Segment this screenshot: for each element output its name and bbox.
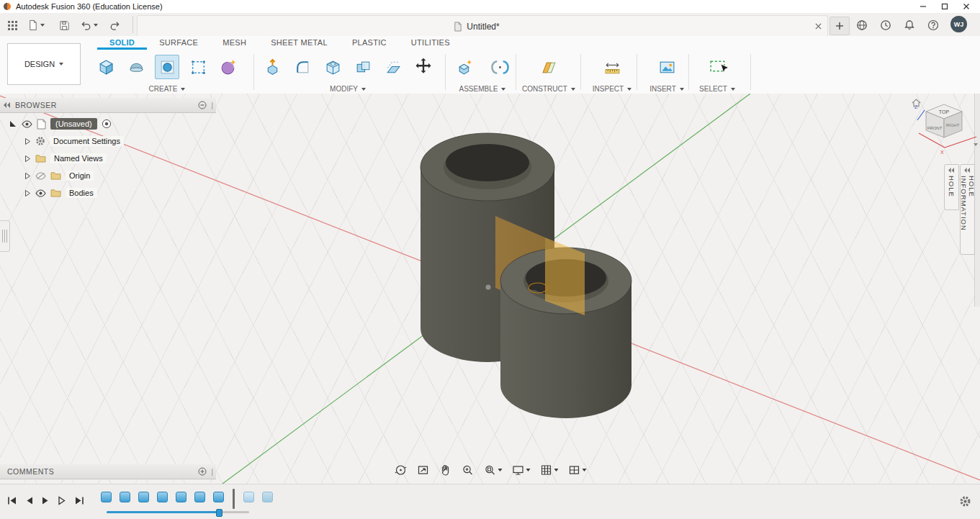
comments-expand-icon[interactable] [198, 467, 207, 476]
shell-tool-button[interactable] [321, 55, 344, 78]
group-assemble-label[interactable]: ASSEMBLE [448, 85, 517, 93]
grid-settings-icon[interactable] [539, 464, 558, 477]
maximize-button[interactable] [934, 1, 956, 12]
timeline-feature-marker[interactable] [120, 492, 130, 502]
new-component-tool-button[interactable] [454, 55, 477, 78]
group-modify-label[interactable]: MODIFY [258, 85, 438, 93]
comments-panel-grip[interactable]: | [211, 467, 213, 476]
redo-button[interactable] [107, 17, 122, 33]
tab-solid[interactable]: SOLID [97, 36, 147, 50]
collapse-left-icon[interactable] [4, 102, 11, 108]
browser-panel-grip[interactable]: | [211, 101, 213, 109]
hole-information-panel-tab[interactable]: HOLE INFORMATION [960, 164, 975, 255]
combine-tool-button[interactable] [351, 55, 374, 78]
orbit-icon[interactable] [394, 464, 407, 477]
save-button[interactable] [56, 17, 72, 33]
home-icon[interactable] [912, 99, 921, 107]
cylinder-tool-button[interactable] [155, 55, 179, 79]
form-tool-button[interactable] [217, 55, 240, 78]
timeline-feature-marker[interactable] [194, 492, 205, 502]
construct-plane-tool-button[interactable] [537, 55, 560, 78]
timeline-feature-marker[interactable] [101, 492, 112, 502]
display-settings-icon[interactable] [511, 464, 530, 477]
timeline-feature-marker[interactable] [138, 492, 149, 502]
browser-item-bodies[interactable]: Bodies [0, 184, 216, 202]
viewports-icon[interactable] [567, 464, 586, 477]
measure-tool-button[interactable] [601, 55, 624, 78]
skip-to-start-button[interactable] [7, 496, 17, 505]
group-inspect-label[interactable]: INSPECT [589, 85, 635, 93]
step-forward-button[interactable] [58, 496, 67, 505]
job-status-icon[interactable] [854, 17, 870, 33]
timeline-feature-marker-future[interactable] [262, 492, 273, 502]
zoom-icon[interactable] [461, 464, 474, 477]
document-tab[interactable]: Untitled* [137, 15, 828, 37]
viewcube-menu-caret-icon[interactable] [974, 146, 978, 155]
viewport-canvas[interactable]: BROWSER | (Unsaved) Document Settings Na… [0, 94, 980, 484]
collapsed-arrow-icon[interactable] [24, 189, 31, 197]
close-tab-icon[interactable] [815, 23, 822, 30]
fillet-tool-button[interactable] [291, 55, 314, 78]
timeline-feature-marker[interactable] [213, 492, 224, 502]
browser-item-label[interactable]: Named Views [50, 153, 107, 163]
group-insert-label[interactable]: INSERT [644, 85, 690, 93]
file-menu-button[interactable] [24, 17, 48, 33]
browser-item-origin[interactable]: Origin [0, 167, 216, 184]
move-tool-button[interactable] [412, 55, 435, 78]
browser-item-label[interactable]: Origin [66, 171, 94, 181]
joint-tool-button[interactable] [488, 55, 511, 78]
viewcube[interactable]: TOP FRONT RIGHT Z X [909, 97, 979, 166]
workspace-switcher[interactable]: DESIGN [7, 43, 81, 85]
new-tab-button[interactable] [830, 17, 850, 35]
fit-icon[interactable] [483, 464, 502, 477]
browser-minimize-icon[interactable] [198, 101, 207, 109]
collapsed-panel-grip[interactable] [0, 220, 10, 252]
revolve-tool-button[interactable] [125, 55, 148, 78]
origin-point[interactable] [486, 285, 491, 290]
recent-activity-icon[interactable] [878, 17, 894, 33]
tab-sheet-metal[interactable]: SHEET METAL [259, 36, 340, 50]
expand-arrow-icon[interactable] [9, 119, 17, 128]
collapsed-arrow-icon[interactable] [24, 172, 31, 180]
visibility-eye-icon[interactable] [22, 120, 32, 128]
press-pull-tool-button[interactable] [261, 55, 284, 78]
group-create-label[interactable]: CREATE [92, 85, 242, 93]
look-at-icon[interactable] [416, 464, 429, 477]
app-grid-icon[interactable] [4, 17, 20, 33]
activate-component-icon[interactable] [102, 119, 112, 129]
skip-to-end-button[interactable] [74, 496, 84, 505]
group-select-label[interactable]: SELECT [694, 85, 740, 93]
close-button[interactable] [956, 1, 977, 12]
browser-item-document-settings[interactable]: Document Settings [0, 132, 216, 150]
timeline-playhead[interactable] [233, 489, 235, 509]
tab-surface[interactable]: SURFACE [147, 36, 210, 50]
notifications-bell-icon[interactable] [902, 17, 917, 33]
timeline-feature-marker[interactable] [176, 492, 186, 502]
browser-item-label[interactable]: Bodies [66, 188, 97, 198]
help-icon[interactable] [925, 17, 941, 33]
collapsed-arrow-icon[interactable] [24, 155, 31, 163]
browser-item-named-views[interactable]: Named Views [0, 150, 216, 167]
browser-root-row[interactable]: (Unsaved) [0, 115, 216, 132]
sketch-hole-point[interactable] [528, 283, 539, 290]
browser-item-label[interactable]: Document Settings [50, 136, 124, 146]
hole-panel-tab[interactable]: HOLE [944, 164, 959, 210]
sketch-tool-button[interactable] [186, 55, 210, 78]
insert-canvas-tool-button[interactable] [655, 55, 678, 78]
tab-plastic[interactable]: PLASTIC [340, 36, 399, 50]
user-avatar[interactable]: WJ [950, 16, 967, 32]
pan-icon[interactable] [439, 464, 451, 477]
browser-panel-header[interactable]: BROWSER | [0, 98, 216, 113]
minimize-button[interactable] [912, 1, 934, 12]
visibility-eye-icon[interactable] [35, 189, 46, 197]
tab-mesh[interactable]: MESH [210, 36, 259, 50]
visibility-off-eye-icon[interactable] [35, 172, 46, 180]
browser-root-label[interactable]: (Unsaved) [50, 118, 97, 130]
group-construct-label[interactable]: CONSTRUCT [526, 85, 572, 93]
undo-button[interactable] [78, 17, 101, 33]
timeline-slider-track[interactable] [107, 511, 249, 513]
timeline-feature-marker[interactable] [157, 492, 168, 502]
box-tool-button[interactable] [94, 55, 117, 78]
timeline-slider-handle[interactable] [216, 509, 222, 517]
tab-utilities[interactable]: UTILITIES [399, 36, 462, 50]
